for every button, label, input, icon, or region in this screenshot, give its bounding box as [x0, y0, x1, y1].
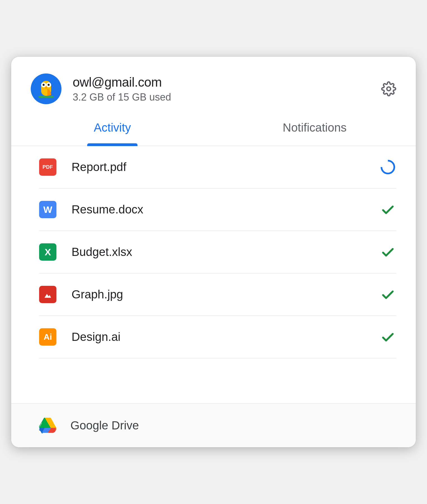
file-row[interactable]: W Resume.docx	[39, 189, 396, 231]
gear-icon	[381, 81, 396, 96]
tabs: Activity Notifications	[11, 113, 416, 146]
excel-icon: X	[39, 243, 56, 261]
svg-marker-8	[44, 294, 51, 298]
check-icon	[381, 202, 395, 217]
account-info: owl@gmail.com 3.2 GB of 15 GB used	[73, 75, 381, 103]
settings-button[interactable]	[381, 81, 396, 96]
file-list: PDF Report.pdf W Resume.docx X Budget.xl…	[11, 146, 416, 358]
status-done	[379, 201, 396, 218]
pdf-icon: PDF	[39, 158, 56, 176]
file-row[interactable]: PDF Report.pdf	[39, 146, 396, 189]
check-icon	[381, 330, 395, 344]
spacer	[11, 358, 416, 403]
google-drive-icon	[39, 418, 56, 433]
file-row[interactable]: X Budget.xlsx	[39, 231, 396, 274]
svg-point-7	[387, 87, 391, 91]
svg-point-4	[48, 84, 49, 86]
footer[interactable]: Google Drive	[11, 403, 416, 447]
illustrator-icon: Ai	[39, 328, 56, 346]
file-row[interactable]: Ai Design.ai	[39, 316, 396, 358]
svg-point-3	[42, 84, 44, 86]
image-glyph-icon	[42, 289, 53, 300]
check-icon	[381, 287, 395, 302]
footer-product-label: Google Drive	[70, 419, 139, 432]
storage-usage: 3.2 GB of 15 GB used	[73, 91, 381, 103]
word-icon: W	[39, 201, 56, 218]
file-row[interactable]: Graph.jpg	[39, 274, 396, 316]
svg-rect-6	[39, 96, 54, 98]
file-name: Budget.xlsx	[72, 245, 379, 259]
file-name: Resume.docx	[72, 203, 379, 216]
file-name: Design.ai	[72, 330, 379, 344]
file-name: Report.pdf	[72, 160, 379, 174]
status-done	[379, 329, 396, 345]
spinner-icon	[378, 157, 398, 177]
file-name: Graph.jpg	[72, 288, 379, 301]
status-done	[379, 244, 396, 260]
tab-notifications[interactable]: Notifications	[214, 113, 416, 146]
owl-avatar-icon	[34, 76, 59, 101]
image-icon	[39, 286, 56, 303]
status-done	[379, 286, 396, 303]
drive-panel: owl@gmail.com 3.2 GB of 15 GB used Activ…	[11, 57, 416, 447]
check-icon	[381, 245, 395, 259]
avatar[interactable]	[31, 73, 61, 104]
tab-activity[interactable]: Activity	[11, 113, 214, 146]
account-email: owl@gmail.com	[73, 75, 381, 90]
status-uploading	[379, 159, 396, 175]
header: owl@gmail.com 3.2 GB of 15 GB used	[11, 57, 416, 113]
